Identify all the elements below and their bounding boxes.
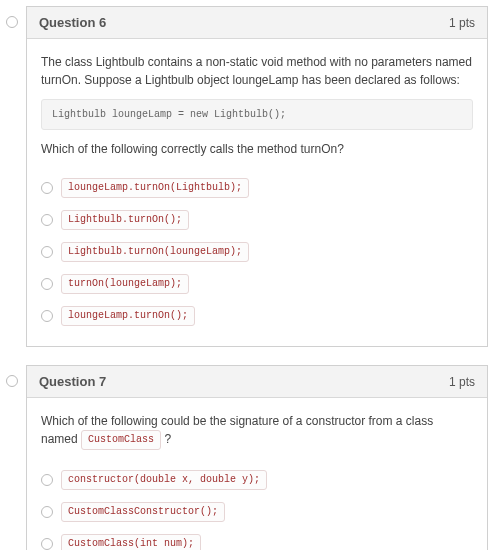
question-body: Which of the following could be the sign…	[27, 398, 487, 550]
options-list: constructor(double x, double y); CustomC…	[41, 460, 473, 550]
answer-option[interactable]: Lightbulb.turnOn();	[41, 204, 473, 236]
option-code: Lightbulb.turnOn(loungeLamp);	[61, 242, 249, 262]
prompt-code-block: Lightbulb loungeLamp = new Lightbulb();	[41, 99, 473, 130]
answer-option[interactable]: loungeLamp.turnOn();	[41, 300, 473, 332]
option-code: CustomClass(int num);	[61, 534, 201, 550]
prompt-text: Which of the following correctly calls t…	[41, 140, 473, 158]
option-code: loungeLamp.turnOn(Lightbulb);	[61, 178, 249, 198]
option-radio[interactable]	[41, 278, 53, 290]
question-points: 1 pts	[449, 375, 475, 389]
question-header: Question 6 1 pts	[27, 7, 487, 39]
option-radio[interactable]	[41, 538, 53, 550]
options-list: loungeLamp.turnOn(Lightbulb); Lightbulb.…	[41, 168, 473, 338]
question-nav-radio[interactable]	[6, 16, 18, 28]
option-radio[interactable]	[41, 246, 53, 258]
option-radio[interactable]	[41, 182, 53, 194]
question-body: The class Lightbulb contains a non-stati…	[27, 39, 487, 346]
question-card: Question 7 1 pts Which of the following …	[26, 365, 488, 550]
prompt-text: The class Lightbulb contains a non-stati…	[41, 53, 473, 89]
answer-option[interactable]: loungeLamp.turnOn(Lightbulb);	[41, 172, 473, 204]
answer-option[interactable]: CustomClass(int num);	[41, 528, 473, 550]
option-code: turnOn(loungeLamp);	[61, 274, 189, 294]
prompt-text-after: ?	[164, 432, 171, 446]
option-radio[interactable]	[41, 310, 53, 322]
prompt-text: Which of the following could be the sign…	[41, 412, 473, 450]
question-nav-radio[interactable]	[6, 375, 18, 387]
option-code: loungeLamp.turnOn();	[61, 306, 195, 326]
answer-option[interactable]: CustomClassConstructor();	[41, 496, 473, 528]
answer-option[interactable]: Lightbulb.turnOn(loungeLamp);	[41, 236, 473, 268]
option-code: Lightbulb.turnOn();	[61, 210, 189, 230]
question-header: Question 7 1 pts	[27, 366, 487, 398]
prompt-inline-code: CustomClass	[81, 430, 161, 450]
question-number: Question 7	[39, 374, 106, 389]
option-radio[interactable]	[41, 214, 53, 226]
option-code: constructor(double x, double y);	[61, 470, 267, 490]
option-radio[interactable]	[41, 474, 53, 486]
option-code: CustomClassConstructor();	[61, 502, 225, 522]
question-block-6: Question 6 1 pts The class Lightbulb con…	[6, 6, 488, 347]
answer-option[interactable]: turnOn(loungeLamp);	[41, 268, 473, 300]
question-number: Question 6	[39, 15, 106, 30]
question-points: 1 pts	[449, 16, 475, 30]
question-card: Question 6 1 pts The class Lightbulb con…	[26, 6, 488, 347]
option-radio[interactable]	[41, 506, 53, 518]
question-block-7: Question 7 1 pts Which of the following …	[6, 365, 488, 550]
answer-option[interactable]: constructor(double x, double y);	[41, 464, 473, 496]
